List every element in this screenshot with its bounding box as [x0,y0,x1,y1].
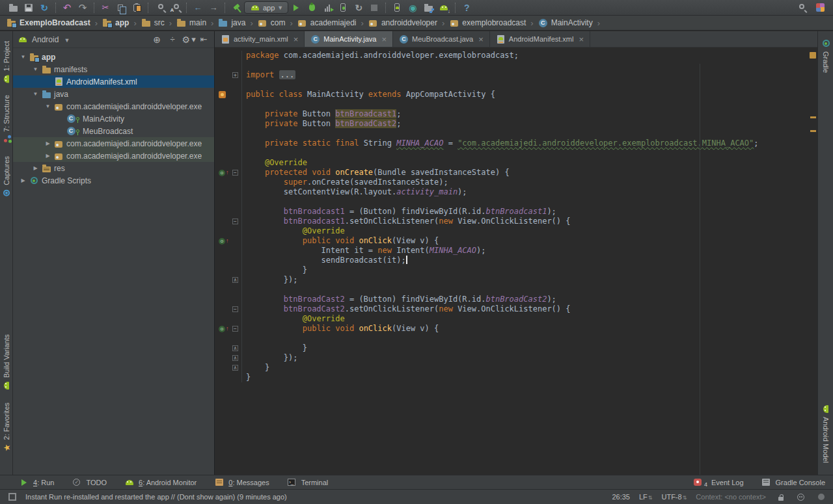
avatar-button[interactable] [812,1,828,14]
sdk-manager-button[interactable]: ↓ [436,1,452,14]
editor-tab[interactable]: CMainActivity.java× [305,31,393,47]
class-gutter-icon[interactable] [219,91,226,98]
collapse-all-button[interactable]: ÷ [166,33,179,46]
expand-arrow-icon[interactable]: ▶ [31,165,40,171]
line-ending-selector[interactable]: LF⇅ [639,493,653,501]
close-tab-icon[interactable]: × [381,34,387,44]
back-button[interactable]: ← [190,1,206,14]
tree-item[interactable]: AndroidManifest.xml [13,75,214,88]
strip-tab-android-model[interactable]: Android Model [821,399,830,468]
tree-item[interactable]: ▶com.academiajedi.androiddveloper.exe [13,150,214,162]
undo-button[interactable]: ↶ [59,1,75,14]
toolwindow-tab--messages[interactable]: 0: Messages [213,477,269,488]
expand-arrow-icon[interactable]: ▶ [43,140,53,146]
toolwindow-toggle-icon[interactable] [7,492,18,503]
profile-button[interactable] [320,1,335,14]
toolwindow-tab-event-log[interactable]: 4Event Log [692,477,744,488]
settings-gear-button[interactable]: ⚙▾ [182,33,195,46]
encoding-selector[interactable]: UTF-8⇅ [661,493,687,501]
fold-marker-icon[interactable]: − [232,306,238,312]
save-button[interactable] [21,1,36,14]
breadcrumb-item[interactable]: main [176,18,206,28]
hide-panel-button[interactable]: ⇤ [197,33,210,46]
inspection-status-icon[interactable] [810,52,816,59]
caret-position[interactable]: 26:35 [612,493,630,501]
tree-item[interactable]: ▼com.academiajedi.androiddveloper.exe [13,100,214,113]
close-tab-icon[interactable]: × [478,34,484,44]
project-view-selector[interactable]: Android [32,35,59,44]
close-tab-icon[interactable]: × [294,34,299,44]
warning-mark[interactable] [810,130,816,132]
gradle-sync-button[interactable] [420,1,436,14]
tree-item[interactable]: CMeuBroadcast [13,125,214,137]
breadcrumb-item[interactable]: java [218,18,245,28]
expand-arrow-icon[interactable]: ▼ [31,66,40,72]
fold-marker-icon[interactable]: ∧ [232,365,238,371]
tree-item[interactable]: ▼app [13,51,214,63]
breadcrumb-item[interactable]: academiajedi [297,18,357,28]
forward-button[interactable]: → [206,1,221,14]
instant-run-button[interactable]: ◉ [405,1,420,14]
sync-button[interactable]: ↻ [36,1,52,14]
search-everywhere-button[interactable] [793,1,808,14]
rerun-button[interactable]: ↻ [351,1,366,14]
strip-tab-build-variants[interactable]: Build Variants [2,328,11,396]
strip-tab-1-project[interactable]: 1: Project [2,35,11,89]
editor-tab[interactable]: AndroidManifest.xml× [490,31,590,47]
breadcrumb-item[interactable]: src [141,18,165,28]
error-stripe[interactable] [809,47,817,475]
expand-arrow-icon[interactable]: ▼ [43,103,53,109]
breadcrumb-item[interactable]: exemplobroadcast [449,18,526,28]
fold-marker-icon[interactable]: ∧ [232,277,238,283]
expand-arrow-icon[interactable]: ▼ [31,91,40,97]
avd-manager-button[interactable] [389,1,405,14]
tree-item[interactable]: ▶res [13,162,214,174]
tree-item[interactable]: ▼manifests [13,63,214,75]
run-button[interactable] [288,1,304,14]
help-button[interactable]: ? [459,1,474,14]
target-button[interactable]: ⊕ [150,33,163,46]
editor-tab[interactable]: activity_main.xml× [215,31,305,47]
fold-marker-icon[interactable]: − [232,219,238,224]
toolwindow-tab-gradle-console[interactable]: Gradle Console [761,477,825,488]
breadcrumb-item[interactable]: com [258,18,286,28]
override-gutter-icon[interactable]: o↑ [219,168,229,178]
cut-button[interactable]: ✂ [98,1,113,14]
breadcrumb-item[interactable]: CMainActivity [538,18,593,28]
breadcrumb-item[interactable]: ExemploBroadcast [7,18,90,28]
code-editor[interactable]: package com.academiajedi.androiddveloper… [215,47,817,475]
copy-button[interactable] [113,1,129,14]
expand-arrow-icon[interactable]: ▶ [18,178,28,183]
strip-tab-captures[interactable]: Captures [2,150,11,204]
paste-button[interactable] [129,1,144,14]
find-button[interactable] [152,1,167,14]
fold-marker-icon[interactable]: ∧ [232,345,238,351]
debug-button[interactable] [304,1,320,14]
build-button[interactable] [228,1,244,14]
override-gutter-icon[interactable]: o↑ [219,236,229,246]
chevron-down-icon[interactable]: ▼ [64,37,70,44]
tree-item[interactable]: CMainActivity [13,113,214,125]
editor-tab[interactable]: CMeuBroadcast.java× [393,31,490,47]
fold-marker-icon[interactable]: − [232,326,238,332]
toolwindow-tab-terminal[interactable]: ›_Terminal [286,477,329,488]
override-gutter-icon[interactable]: o↑ [219,324,229,334]
strip-tab-gradle[interactable]: Gradle [821,34,830,78]
run-configuration-combo[interactable]: app▼ [244,1,288,14]
tree-item[interactable]: ▶Gradle Scripts [13,174,214,187]
hector-inspector-icon[interactable] [795,492,806,503]
lock-icon[interactable] [775,492,786,503]
toolwindow-tab-todo[interactable]: ✓TODO [71,477,107,488]
redo-button[interactable]: ↷ [75,1,90,14]
fold-marker-icon[interactable]: ∧ [232,355,238,361]
tree-item[interactable]: ▼java [13,88,214,100]
attach-debugger-button[interactable] [335,1,351,14]
fold-marker-icon[interactable]: − [232,170,238,176]
warning-mark[interactable] [810,116,816,118]
breadcrumb-item[interactable]: app [102,18,129,28]
strip-tab-2-favorites[interactable]: ★2: Favorites [2,397,11,458]
close-tab-icon[interactable]: × [579,34,584,44]
expand-arrow-icon[interactable]: ▶ [43,153,53,159]
replace-button[interactable]: A [167,1,183,14]
expand-arrow-icon[interactable]: ▼ [18,54,28,60]
